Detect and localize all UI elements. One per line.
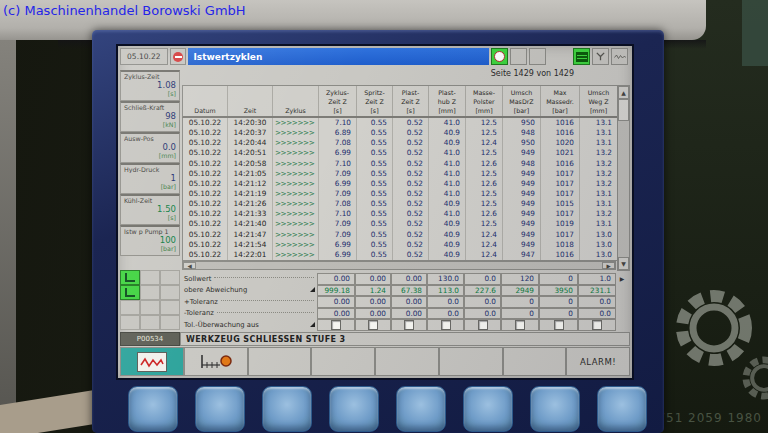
data-cell: 41.0	[428, 118, 465, 128]
tolerance-value-cell[interactable]: 0	[539, 296, 578, 308]
data-cell: 14:21:19	[227, 189, 272, 199]
data-cell: 7.10	[318, 209, 356, 219]
tolerance-checkbox[interactable]	[592, 320, 602, 330]
tolerance-value-cell[interactable]: 0.0	[578, 296, 616, 308]
sidebar-field-label: Istw p Pump 1	[124, 228, 176, 235]
tolerance-value-cell[interactable]: 0.0	[427, 308, 464, 320]
tolerance-value-cell[interactable]: 0.00	[317, 308, 355, 320]
tolerance-value-cell[interactable]: 130.0	[427, 273, 464, 285]
data-cell: 1016	[540, 250, 579, 260]
data-cell: 1016	[540, 128, 579, 138]
dotted-leader	[221, 300, 314, 301]
tolerance-value-cell: 2949	[501, 285, 539, 297]
tolerance-value-cell[interactable]: 0	[501, 308, 539, 320]
data-cell: 7.08	[318, 138, 356, 148]
tolerance-value-cell[interactable]: 0.00	[391, 296, 427, 308]
tolerance-value-cell[interactable]: 1.0	[578, 273, 616, 285]
hardware-key[interactable]	[396, 386, 446, 432]
data-cell: 6.89	[318, 128, 356, 138]
table-active-button[interactable]	[573, 48, 590, 65]
softkey-alarm[interactable]: ALARM!	[566, 347, 630, 376]
hardware-key[interactable]	[463, 386, 513, 432]
hardware-key[interactable]	[262, 386, 312, 432]
hardware-key[interactable]	[329, 386, 379, 432]
data-cell: 7.09	[318, 230, 356, 240]
tolerance-checkbox[interactable]	[515, 320, 525, 330]
hardware-key-row	[128, 386, 647, 432]
scroll-right-icon[interactable]: ▶	[602, 262, 615, 269]
tolerance-checkbox[interactable]	[368, 320, 378, 330]
sidebar-green-button[interactable]	[120, 285, 140, 300]
tolerance-checkbox[interactable]	[554, 320, 564, 330]
data-cell: 13.1	[579, 189, 617, 199]
data-cell: 7.10	[318, 118, 356, 128]
scroll-left-icon[interactable]: ◀	[183, 262, 196, 269]
tolerance-value-cell[interactable]: 0.00	[355, 273, 391, 285]
scrollbar-thumb[interactable]	[618, 99, 629, 121]
tolerance-value-cell[interactable]: 0	[539, 308, 578, 320]
tolerance-value-cell[interactable]: 0	[539, 273, 578, 285]
tolerance-value-cell[interactable]: 0.00	[355, 308, 391, 320]
tolerance-value-cell[interactable]: 120	[501, 273, 539, 285]
column-header: UmschWeg Z[mm]	[579, 86, 617, 116]
scroll-up-icon[interactable]: ▲	[618, 86, 629, 99]
data-cell: 05.10.22	[183, 138, 227, 148]
tolerance-value-cell[interactable]: 0.0	[578, 308, 616, 320]
softkey-clamp[interactable]	[184, 347, 248, 376]
data-cell: 40.9	[428, 250, 465, 260]
lock-button[interactable]	[170, 48, 187, 65]
softkey-7[interactable]	[503, 347, 567, 376]
vertical-scrollbar[interactable]: ▲ ▼	[617, 85, 630, 271]
clamp-icon	[200, 354, 232, 369]
tolerance-checkbox[interactable]	[441, 320, 451, 330]
data-cell: 1017	[540, 179, 579, 189]
hardware-key[interactable]	[195, 386, 245, 432]
tolerance-row-label: Tol.-Überwachung aus	[182, 319, 317, 331]
tolerance-checkbox[interactable]	[404, 320, 414, 330]
tolerance-value-cell[interactable]: 0.0	[464, 273, 501, 285]
tolerance-value-cell[interactable]: 0.00	[355, 296, 391, 308]
h-scrollbar-track[interactable]	[196, 262, 602, 269]
tolerance-row: -Toleranz0.000.000.000.00.0000.0	[182, 308, 630, 319]
tolerance-row-label: +Toleranz	[182, 296, 317, 308]
sidebar-green-button[interactable]	[120, 270, 140, 285]
scroll-down-icon[interactable]: ▼	[618, 257, 629, 270]
tolerance-checkbox[interactable]	[331, 320, 341, 330]
hardware-key[interactable]	[597, 386, 647, 432]
softkey-5[interactable]	[375, 347, 439, 376]
data-cell: 40.9	[428, 219, 465, 229]
record-button[interactable]	[491, 48, 508, 65]
tolerance-value-cell[interactable]: 0.00	[391, 273, 427, 285]
data-cell: 950	[502, 138, 540, 148]
data-cell: 14:21:33	[227, 209, 272, 219]
hardware-key[interactable]	[128, 386, 178, 432]
toolbar-button-2[interactable]	[529, 48, 546, 65]
tolerance-value-cell[interactable]: 0.00	[391, 308, 427, 320]
tolerance-value-cell[interactable]: 0.00	[317, 296, 355, 308]
data-cell: 0.55	[356, 199, 392, 209]
tolerance-value-cell[interactable]: 0.0	[464, 296, 501, 308]
tolerance-value-cell[interactable]: 0	[501, 296, 539, 308]
row-scroll-right-icon[interactable]: ▶	[616, 273, 628, 285]
funnel-button[interactable]	[592, 48, 609, 65]
data-cell: 1019	[540, 219, 579, 229]
softkey-3[interactable]	[248, 347, 312, 376]
tolerance-value-cell[interactable]: 0.0	[464, 308, 501, 320]
toolbar-button-1[interactable]	[510, 48, 527, 65]
cycle-cell: >>>>>>>	[272, 219, 318, 229]
hardware-key[interactable]	[530, 386, 580, 432]
data-cell: 0.52	[392, 138, 428, 148]
sidebar-button-grid	[120, 270, 180, 330]
data-cell: 40.9	[428, 199, 465, 209]
curve-view-button[interactable]	[611, 48, 628, 65]
tolerance-checkbox[interactable]	[478, 320, 488, 330]
tolerance-value-cell[interactable]: 0.00	[317, 273, 355, 285]
tolerance-label-text: Tol.-Überwachung aus	[184, 321, 259, 329]
tolerance-value-cell[interactable]: 0.0	[427, 296, 464, 308]
horizontal-scrollbar[interactable]: ◀ ▶	[182, 261, 616, 270]
softkey-curves[interactable]	[120, 347, 184, 376]
softkey-4[interactable]	[311, 347, 375, 376]
scrollbar-track[interactable]	[618, 121, 629, 257]
dotted-leader	[217, 312, 314, 313]
softkey-6[interactable]	[439, 347, 503, 376]
